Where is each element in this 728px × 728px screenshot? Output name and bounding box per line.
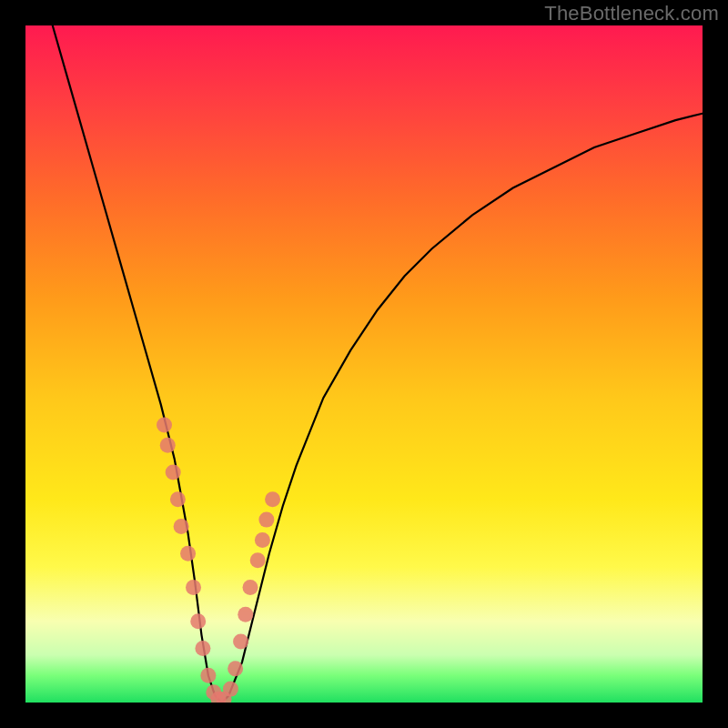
data-marker — [233, 634, 248, 650]
data-marker — [250, 552, 266, 568]
data-marker — [190, 613, 206, 629]
data-marker — [170, 491, 186, 507]
data-marker — [166, 465, 181, 480]
data-marker — [228, 661, 243, 676]
data-marker — [160, 438, 176, 453]
chart-svg — [25, 25, 703, 703]
data-marker — [195, 641, 210, 656]
data-marker — [174, 519, 189, 534]
data-marker — [200, 668, 216, 683]
data-marker — [157, 417, 172, 432]
data-marker — [180, 546, 196, 561]
data-marker — [255, 532, 270, 548]
bottleneck-curve — [53, 25, 703, 703]
chart-frame: TheBottleneck.com — [0, 0, 728, 728]
data-marker — [265, 491, 280, 507]
data-marker — [223, 682, 238, 697]
data-marker — [258, 512, 274, 528]
data-marker — [243, 580, 258, 595]
plot-area — [25, 25, 703, 703]
watermark-text: TheBottleneck.com — [544, 2, 719, 25]
data-marker — [238, 607, 253, 622]
data-marker — [186, 580, 201, 595]
